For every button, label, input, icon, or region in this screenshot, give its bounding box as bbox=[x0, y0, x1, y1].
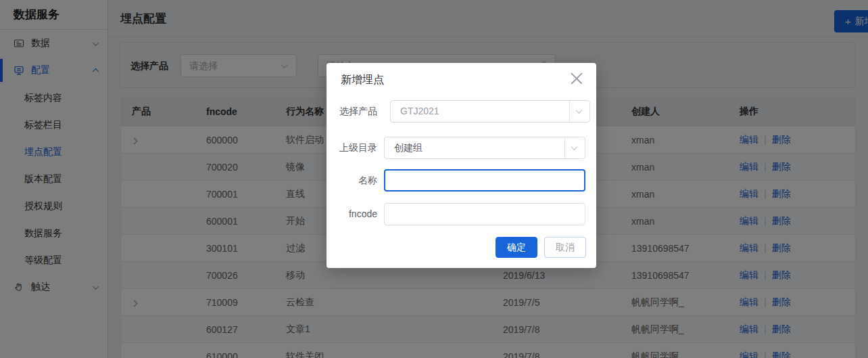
modal-fncode-label: fncode bbox=[327, 203, 377, 225]
modal-parent-select[interactable]: 创建组 bbox=[384, 137, 585, 159]
modal-parent-label: 上级目录 bbox=[327, 137, 377, 159]
select-chevron-zone bbox=[564, 137, 585, 158]
modal-name-label: 名称 bbox=[327, 169, 377, 192]
close-icon[interactable] bbox=[570, 72, 583, 85]
modal-parent-value: 创建组 bbox=[394, 142, 423, 153]
chevron-down-icon bbox=[576, 107, 583, 114]
modal-name-input[interactable] bbox=[384, 169, 585, 192]
modal-fncode-input[interactable] bbox=[384, 203, 585, 225]
confirm-button[interactable]: 确定 bbox=[496, 237, 537, 258]
modal-product-label: 选择产品 bbox=[327, 100, 377, 122]
chevron-down-icon bbox=[571, 143, 578, 150]
add-tracking-modal: 新增埋点 选择产品 GTJ2021 上级目录 创建组 名称 fncode 确定 … bbox=[327, 63, 596, 268]
modal-title: 新增埋点 bbox=[341, 73, 384, 87]
cancel-button[interactable]: 取消 bbox=[544, 237, 586, 258]
modal-product-select[interactable]: GTJ2021 bbox=[390, 100, 590, 122]
select-chevron-zone bbox=[569, 101, 589, 122]
modal-product-value: GTJ2021 bbox=[400, 106, 439, 116]
